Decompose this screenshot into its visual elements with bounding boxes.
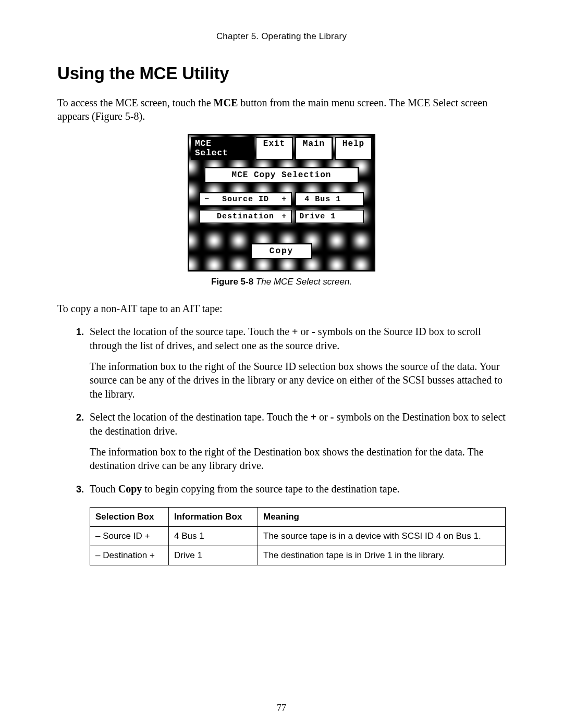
step2-plus: + — [311, 411, 316, 423]
step1-para2: The information box to the right of the … — [90, 360, 506, 401]
table-header-row: Selection Box Information Box Meaning — [90, 508, 506, 527]
source-info-box: 4 Bus 1 — [295, 192, 364, 206]
help-button[interactable]: Help — [335, 137, 372, 160]
mce-window-title: MCE Select — [191, 137, 253, 160]
td-mean: The destination tape is in Drive 1 in th… — [258, 546, 506, 565]
intro-paragraph: To access the MCE screen, touch the MCE … — [57, 96, 506, 124]
step1-pre: Select the location of the source tape. … — [90, 326, 292, 337]
td-info: Drive 1 — [169, 546, 258, 565]
page-number: 77 — [0, 702, 563, 713]
copy-row: Copy — [189, 243, 374, 259]
step-3: Touch Copy to begin copying from the sou… — [87, 482, 506, 496]
page: Chapter 5. Operating the Library Using t… — [0, 0, 563, 728]
td-sel: – Destination + — [90, 546, 169, 565]
step-2: Select the location of the destination t… — [87, 410, 506, 473]
step1-mid: or — [298, 326, 312, 337]
mce-section-title: MCE Copy Selection — [204, 167, 359, 183]
chapter-header: Chapter 5. Operating the Library — [57, 31, 506, 42]
lead-sentence: To copy a non-AIT tape to an AIT tape: — [57, 302, 506, 315]
figure-label: Figure 5-8 — [211, 277, 253, 287]
step-1: Select the location of the source tape. … — [87, 325, 506, 401]
table-row: – Destination + Drive 1 The destination … — [90, 546, 506, 565]
exit-button[interactable]: Exit — [255, 137, 293, 160]
step3-copy: Copy — [118, 483, 142, 495]
step1-plus: + — [292, 326, 298, 337]
destination-minus-button[interactable] — [203, 212, 211, 221]
destination-plus-button[interactable]: + — [280, 212, 288, 221]
td-mean: The source tape is in a device with SCSI… — [258, 527, 506, 546]
source-id-label: Source ID — [222, 195, 269, 204]
step3-pre: Touch — [90, 483, 118, 495]
td-sel: – Source ID + — [90, 527, 169, 546]
source-minus-button[interactable]: − — [203, 195, 211, 204]
th-selection-box: Selection Box — [90, 508, 169, 527]
figure-caption: Figure 5-8 The MCE Select screen. — [57, 277, 506, 287]
destination-row: Destination + Drive 1 — [199, 209, 364, 224]
source-plus-button[interactable]: + — [280, 195, 288, 204]
step3-post: to begin copying from the source tape to… — [142, 483, 399, 495]
figure-description: The MCE Select screen. — [253, 277, 352, 287]
table-row: – Source ID + 4 Bus 1 The source tape is… — [90, 527, 506, 546]
source-id-box[interactable]: − Source ID + — [199, 192, 292, 206]
mce-topbar: MCE Select Exit Main Help — [189, 135, 374, 162]
destination-box[interactable]: Destination + — [199, 209, 292, 224]
steps-list: Select the location of the source tape. … — [57, 325, 506, 496]
td-info: 4 Bus 1 — [169, 527, 258, 546]
th-information-box: Information Box — [169, 508, 258, 527]
destination-label: Destination — [217, 212, 274, 221]
destination-info-box: Drive 1 — [295, 209, 364, 224]
mce-select-screen: MCE Select Exit Main Help MCE Copy Selec… — [188, 134, 375, 272]
page-title: Using the MCE Utility — [57, 64, 506, 83]
th-meaning: Meaning — [258, 508, 506, 527]
info-table: Selection Box Information Box Meaning – … — [90, 507, 506, 565]
source-row: − Source ID + 4 Bus 1 — [199, 192, 364, 206]
intro-button-name: MCE — [214, 97, 238, 108]
main-button[interactable]: Main — [295, 137, 333, 160]
step2-mid: or — [316, 411, 331, 423]
figure-5-8: MCE Select Exit Main Help MCE Copy Selec… — [57, 134, 506, 287]
step2-para2: The information box to the right of the … — [90, 445, 506, 473]
step1-minus: - — [312, 326, 315, 337]
step2-pre: Select the location of the destination t… — [90, 411, 311, 423]
copy-button[interactable]: Copy — [251, 243, 312, 259]
intro-pre: To access the MCE screen, touch the — [57, 97, 214, 108]
